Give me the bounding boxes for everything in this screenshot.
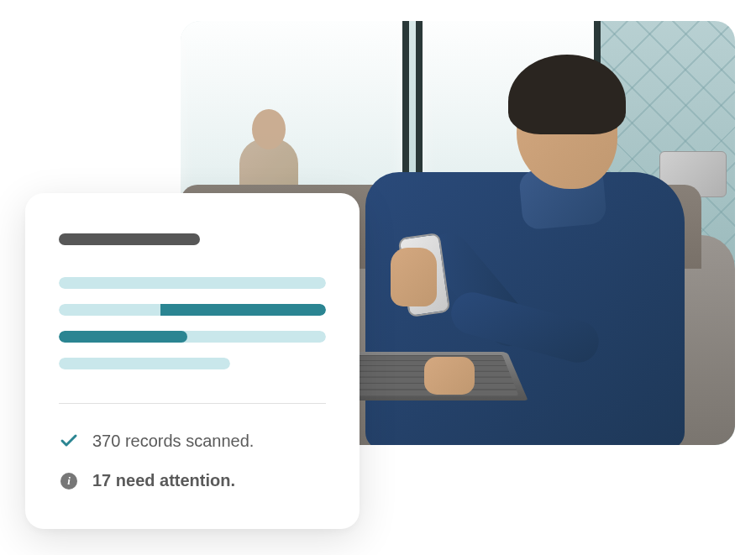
records-scanned-text: 370 records scanned. [92, 432, 254, 451]
skeleton-heading [59, 233, 200, 245]
records-summary-card: 370 records scanned. i 17 need attention… [25, 193, 360, 529]
progress-bar-row [59, 304, 326, 316]
records-attention-status: i 17 need attention. [59, 471, 326, 490]
progress-bar-row [59, 331, 326, 343]
progress-bar-row [59, 277, 326, 289]
skeleton-progress-bars [59, 277, 326, 369]
divider [59, 403, 326, 404]
checkmark-icon [59, 431, 79, 451]
records-attention-text: 17 need attention. [92, 471, 235, 490]
progress-bar-row [59, 358, 230, 369]
info-icon: i [60, 473, 77, 490]
records-scanned-status: 370 records scanned. [59, 431, 326, 451]
foreground-person [349, 71, 685, 441]
